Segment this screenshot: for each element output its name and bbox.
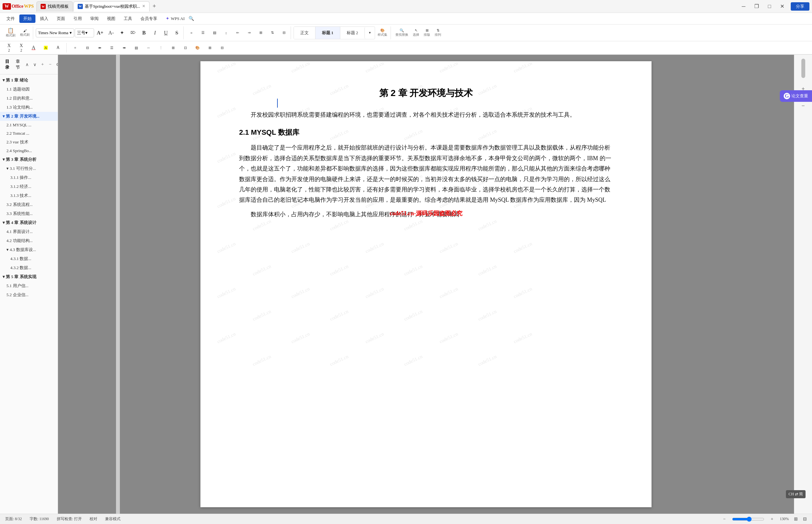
menu-review[interactable]: 审阅 bbox=[86, 15, 102, 23]
minimize-button[interactable]: ─ bbox=[739, 2, 748, 11]
table-button[interactable]: ⊟ bbox=[279, 27, 289, 39]
sort2-button[interactable]: ⇅ 排列 bbox=[433, 27, 443, 39]
thesis-check-button[interactable]: G 论文查重 bbox=[780, 90, 812, 102]
select-button[interactable]: ↖ 选择 bbox=[411, 27, 421, 39]
toc-ch3-1-2[interactable]: 3.1.2 经济... bbox=[0, 182, 58, 191]
toc-ch5[interactable]: ▾ 第 5 章 系统实现 bbox=[0, 272, 58, 281]
zoom-out-status-button[interactable]: − bbox=[722, 517, 727, 522]
proofread[interactable]: 校对 bbox=[89, 516, 97, 522]
menu-view[interactable]: 视图 bbox=[103, 15, 119, 23]
align-center2-button[interactable]: ☰ bbox=[107, 42, 117, 53]
zoom-in-status-button[interactable]: + bbox=[769, 517, 775, 522]
toc-remove-button[interactable]: − bbox=[47, 61, 53, 68]
layout-button[interactable]: ⊞ 排版 bbox=[422, 27, 432, 39]
indent-decrease-button[interactable]: ⇐ bbox=[233, 27, 243, 39]
fit-width-button[interactable]: ⊟ bbox=[803, 516, 807, 522]
align-center-button[interactable]: ☰ bbox=[198, 27, 208, 39]
document-area[interactable]: .wm { position: absolute; color: rgba(18… bbox=[58, 55, 794, 514]
zoom-slider[interactable] bbox=[732, 517, 764, 522]
menu-tools[interactable]: 工具 bbox=[120, 15, 136, 23]
toc-ch4-1[interactable]: 4.1 界面设计... bbox=[0, 227, 58, 236]
lang-switch-button[interactable]: CH ⇄ 简 bbox=[786, 490, 806, 498]
toc-down-button[interactable]: ∨ bbox=[32, 61, 38, 68]
toc-ch1-3[interactable]: 1.3 论文结构... bbox=[0, 103, 58, 112]
format-button[interactable]: 🖌 格式刷 bbox=[18, 27, 32, 39]
list-bullet-button[interactable]: ≡ bbox=[70, 42, 80, 53]
bold-button[interactable]: B bbox=[139, 27, 149, 39]
style-h1-button[interactable]: 标题 1 bbox=[315, 27, 340, 39]
style-h2-button[interactable]: 标题 2 bbox=[340, 27, 365, 39]
compat-mode[interactable]: 兼容模式 bbox=[105, 516, 120, 522]
toc-ch3-3[interactable]: 3.3 系统性能... bbox=[0, 209, 58, 218]
toc-settings-button[interactable]: ⚙ bbox=[55, 61, 58, 68]
close-button[interactable]: ✕ bbox=[778, 2, 787, 11]
menu-file[interactable]: 文件 bbox=[3, 15, 19, 23]
shading-button[interactable]: 🎨 bbox=[192, 42, 203, 53]
table2-button[interactable]: ⊞ bbox=[168, 42, 178, 53]
toc-ch4-3[interactable]: ▾ 4.3 数据库设... bbox=[0, 245, 58, 254]
toc-ch4-3-1[interactable]: 4.3.1 数据... bbox=[0, 254, 58, 263]
toc-ch2-4[interactable]: 2.4 SpringBo... bbox=[0, 147, 58, 155]
sort-button[interactable]: ⇅ bbox=[267, 27, 278, 39]
menu-wps-ai[interactable]: ✦ WPS AI 🔍 bbox=[162, 15, 198, 22]
border-button[interactable]: ⊡ bbox=[180, 42, 190, 53]
font-color-button[interactable]: A bbox=[28, 42, 39, 53]
toc-ch4[interactable]: ▾ 第 4 章 系统设计 bbox=[0, 218, 58, 227]
align-right-button[interactable]: ▤ bbox=[210, 27, 220, 39]
font-size-selector[interactable]: 三号 ▾ bbox=[75, 28, 94, 37]
justify-button[interactable]: ▤ bbox=[131, 42, 142, 53]
tab-templates[interactable]: W 找稿壳模板 bbox=[36, 1, 73, 12]
distributed-button[interactable]: ↔ bbox=[144, 42, 154, 53]
sidebar-tab-chapter[interactable]: 章节 bbox=[13, 58, 22, 71]
numbering-button[interactable]: ⊞ bbox=[256, 27, 266, 39]
sidebar-tab-toc[interactable]: 目录 bbox=[3, 58, 12, 71]
maximize-button[interactable]: □ bbox=[765, 2, 774, 11]
toc-ch2-3[interactable]: 2.3 vue 技术 bbox=[0, 137, 58, 147]
indent-increase-button[interactable]: ⇒ bbox=[244, 27, 254, 39]
line-spacing-button[interactable]: ↕ bbox=[221, 27, 231, 39]
section-2-1-para1[interactable]: 题目确定了是一个应用程序之后，就开始按部就班的进行设计与分析。本课题是需要数据库… bbox=[239, 143, 613, 205]
strikethrough-button[interactable]: S bbox=[172, 27, 182, 39]
spell-check[interactable]: 拼写检查: 打开 bbox=[57, 516, 82, 522]
superscript-button[interactable]: X2 bbox=[4, 42, 14, 53]
merge-button[interactable]: ⊞ bbox=[204, 42, 215, 53]
underline-button[interactable]: U bbox=[161, 27, 171, 39]
menu-reference[interactable]: 引用 bbox=[70, 15, 86, 23]
toc-ch3-1[interactable]: ▾ 3.1 可行性分... bbox=[0, 164, 58, 173]
fit-page-button[interactable]: ⊞ bbox=[794, 516, 798, 522]
toc-ch1-2[interactable]: 1.2 目的和意... bbox=[0, 94, 58, 103]
toc-ch5-2[interactable]: 5.2 企业信... bbox=[0, 290, 58, 299]
align-left2-button[interactable]: ⬅ bbox=[95, 42, 105, 53]
word-count[interactable]: 字数: 11690 bbox=[30, 516, 49, 522]
toc-ch3-2[interactable]: 3.2 系统流程... bbox=[0, 200, 58, 209]
toc-up-button[interactable]: ∧ bbox=[24, 61, 30, 68]
toc-ch1-1[interactable]: 1.1 选题动因 bbox=[0, 85, 58, 94]
page-info[interactable]: 页面: 8/32 bbox=[5, 516, 22, 522]
tab-close-icon[interactable]: ✕ bbox=[142, 4, 145, 9]
toc-ch2-2[interactable]: 2.2 Tomcat ... bbox=[0, 129, 58, 137]
intro-paragraph[interactable]: 开发校园求职招聘系统需要搭建编程的环境，也需要通过调查，对各个相关技术进行分析，… bbox=[239, 110, 613, 120]
tab-document[interactable]: W 基于Springboot+vue校园求职... ✕ bbox=[73, 1, 150, 12]
section-2-1-para2[interactable]: 数据库体积小，占用内存少，不影响电脑上其他应用程序的运行，并且不需要用高 bbox=[239, 209, 613, 219]
toc-ch4-3-2[interactable]: 4.3.2 数据... bbox=[0, 263, 58, 272]
list-num-button[interactable]: ⊟ bbox=[82, 42, 93, 53]
style-expand-icon[interactable]: ▾ bbox=[364, 27, 375, 39]
toc-ch3-1-1[interactable]: 3.1.1 操作... bbox=[0, 173, 58, 182]
toc-ch4-2[interactable]: 4.2 功能结构... bbox=[0, 236, 58, 245]
subscript-button[interactable]: X2 bbox=[16, 42, 27, 53]
share-button[interactable]: 分享 bbox=[791, 2, 809, 11]
toc-ch2-1[interactable]: 2.1 MYSQL ... bbox=[0, 121, 58, 129]
align-right2-button[interactable]: ➡ bbox=[119, 42, 129, 53]
restore-button[interactable]: ❐ bbox=[752, 2, 761, 11]
menu-insert[interactable]: 插入 bbox=[36, 15, 52, 23]
eraser-button[interactable]: ⌦ bbox=[128, 27, 138, 39]
menu-start[interactable]: 开始 bbox=[19, 15, 35, 23]
toc-ch5-1[interactable]: 5.1 用户信... bbox=[0, 281, 58, 290]
menu-member[interactable]: 会员专享 bbox=[137, 15, 161, 23]
italic-button[interactable]: I bbox=[150, 27, 160, 39]
find-replace-button[interactable]: 🔍 查找替换 bbox=[394, 27, 410, 39]
scroll-handle[interactable] bbox=[801, 59, 805, 78]
clear-format-button[interactable]: ✦ bbox=[117, 27, 127, 39]
font-selector[interactable]: Times New Roma ▾ bbox=[36, 28, 74, 37]
style-set-button[interactable]: 🎨 样式集 bbox=[376, 27, 389, 39]
